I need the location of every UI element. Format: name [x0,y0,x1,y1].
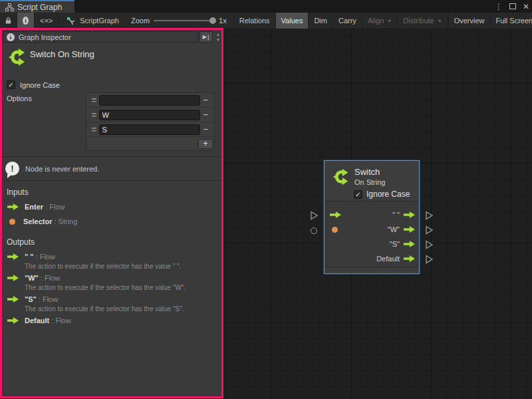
option-input-1[interactable] [99,110,200,120]
distribute-button[interactable]: Distribute ▼ [398,13,448,29]
zoom-slider-handle[interactable] [209,17,216,24]
value-port-icon [9,219,15,225]
close-icon[interactable]: ✕ [523,2,529,11]
dim-button[interactable]: Dim [309,13,333,29]
node-footer [325,267,419,273]
chevron-down-icon: ▼ [387,19,392,23]
drag-handle-icon[interactable]: = [89,95,99,105]
remove-option-button[interactable]: − [200,124,211,134]
flow-arrow-icon [7,317,19,324]
flow-arrow-icon [7,275,19,281]
external-value-input-circle[interactable] [311,227,317,234]
ignore-case-label: Ignore Case [20,81,60,89]
tab-script-graph[interactable]: Script Graph [0,0,74,13]
unit-title: Switch On String [30,49,94,59]
edit-source-button[interactable]: <×> [35,13,59,29]
external-flow-output-triangle[interactable] [425,211,434,220]
remove-option-button[interactable]: − [200,110,211,120]
option-input-2[interactable] [99,124,200,135]
graph-canvas[interactable]: Switch On String Ignore Case " " "W" "S"… [223,29,532,399]
scrub-down-icon: ▼ [216,38,220,42]
carry-button[interactable]: Carry [333,13,362,29]
value-port-icon [332,227,338,233]
graph-name: ScriptGraph [80,17,119,25]
script-graph-icon [66,17,76,25]
switch-icon [331,167,350,187]
node-ignore-case-label: Ignore Case [366,190,410,199]
zoom-value: 1x [219,17,227,25]
graph-toolbar: i <×> ScriptGraph Zoom 1x Relations Valu… [0,13,532,29]
inspect-toggle-button[interactable]: i [17,13,35,29]
remove-option-button[interactable]: − [200,95,211,105]
panel-scrub-control[interactable]: ▲ ▼ [214,31,222,43]
output-row: Default : Flow [7,317,71,325]
tab-label: Script Graph [17,3,62,12]
lock-button[interactable] [0,13,17,29]
node-subtitle: On String [354,178,385,186]
output-port-s[interactable]: "S" [390,237,415,251]
options-list: = − = − = − + [86,92,215,151]
flow-arrow-icon [404,211,415,218]
node-ignore-case-checkbox[interactable] [354,190,362,199]
output-port-default[interactable]: Default [376,251,415,266]
outputs-heading: Outputs [7,237,35,247]
overview-button[interactable]: Overview [448,13,491,29]
window-controls: ⋮ ✕ [495,0,529,13]
align-button[interactable]: Align ▼ [362,13,398,29]
enter-port[interactable] [330,207,341,222]
output-row: " " : Flow [7,253,55,261]
flow-arrow-icon [404,226,415,233]
values-button[interactable]: Values [276,13,309,29]
switch-icon [6,47,27,68]
flow-arrow-icon [7,203,19,210]
inspector-header: i Graph Inspector [3,31,198,43]
switch-on-string-node[interactable]: Switch On String Ignore Case " " "W" "S"… [324,160,420,274]
input-row-enter: Enter : Flow [7,203,65,211]
zoom-label: Zoom [131,17,150,25]
option-input-0[interactable] [99,95,200,106]
inspector-title: Graph Inspector [19,33,71,41]
node-ports: " " "W" "S" Default [325,201,419,264]
flow-arrow-icon [330,211,341,218]
warning-box: ! Node is never entered. [2,156,221,181]
output-desc: The action to execute if the selector ha… [25,305,184,313]
add-option-button[interactable]: + [198,139,213,149]
external-flow-output-triangle[interactable] [425,240,434,249]
selector-port[interactable] [332,222,338,237]
inputs-heading: Inputs [7,188,29,197]
maximize-icon[interactable] [509,3,516,9]
window-menu-icon[interactable]: ⋮ [495,2,503,11]
warning-bubble-icon: ! [5,162,19,176]
output-port-space[interactable]: " " [392,207,415,222]
external-flow-output-triangle[interactable] [425,255,434,264]
tab-strip: Script Graph ⋮ ✕ [0,0,532,13]
hierarchy-icon [5,3,14,11]
drag-handle-icon[interactable]: = [89,110,99,120]
flow-arrow-icon [404,255,415,262]
scrub-up-icon: ▲ [216,33,220,37]
drag-handle-icon[interactable]: = [89,124,99,134]
relations-button[interactable]: Relations [233,13,276,29]
node-header[interactable]: Switch On String Ignore Case [325,161,419,201]
lock-icon [5,17,11,25]
dock-icon: ▶] [203,34,209,40]
zoom-slider[interactable] [154,20,215,21]
output-desc: The action to execute if the selector ha… [25,263,182,270]
graph-breadcrumb[interactable]: ScriptGraph [59,13,124,29]
info-icon: i [7,33,15,41]
option-row: = − [86,122,214,137]
option-row: = − [86,93,214,108]
output-desc: The action to execute if the selector ha… [25,284,186,291]
output-row: "W" : Flow [7,274,60,282]
option-row: = − [86,108,214,122]
zoom-control: Zoom 1x [124,13,233,29]
output-port-w[interactable]: "W" [388,222,415,237]
flow-arrow-icon [404,241,415,247]
external-flow-input-triangle[interactable] [310,211,319,220]
external-flow-output-triangle[interactable] [425,225,434,235]
ignore-case-checkbox[interactable] [7,80,15,89]
input-row-selector: Selector : String [9,217,77,225]
fullscreen-button[interactable]: Full Screen [491,13,532,29]
chevron-down-icon: ▼ [438,19,442,23]
dock-button[interactable]: ▶] [200,31,213,43]
